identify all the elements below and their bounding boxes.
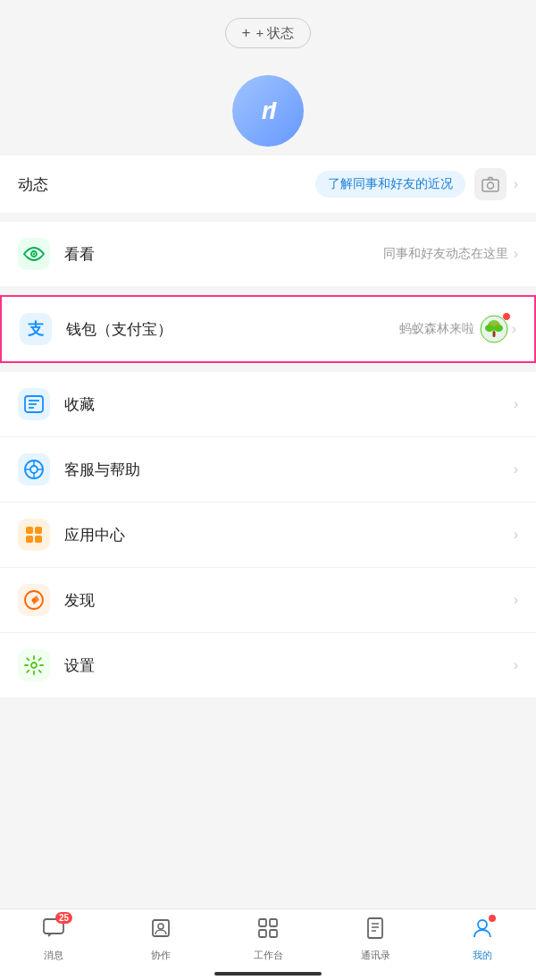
dongtai-row[interactable]: 动态 了解同事和好友的近况 › [0, 156, 536, 213]
svg-rect-22 [35, 527, 42, 534]
svg-rect-0 [482, 180, 498, 191]
appstore-label: 应用中心 [64, 525, 514, 545]
wallet-chevron: › [512, 321, 516, 337]
menu-item-discover[interactable]: 发现 › [0, 568, 536, 633]
collect-icon-wrap [18, 388, 50, 420]
menu-item-service[interactable]: 客服与帮助 › [0, 437, 536, 503]
ant-forest-dot [502, 312, 511, 321]
menu-list-main: 收藏 › 客服与帮助 › [0, 372, 536, 697]
nav-item-mine[interactable]: 我的 [451, 917, 514, 962]
home-indicator [214, 972, 322, 976]
menu-item-wallet[interactable]: 支 钱包（支付宝） 蚂蚁森林来啦 › [2, 297, 534, 361]
nav-item-contacts[interactable]: 通讯录 [344, 917, 406, 962]
appstore-icon-wrap [18, 519, 50, 551]
workbench-icon [256, 917, 280, 945]
menu-item-collect[interactable]: 收藏 › [0, 372, 536, 437]
wallet-sub: 蚂蚁森林来啦 [399, 321, 474, 337]
svg-point-31 [158, 924, 163, 929]
contacts-icon [364, 917, 387, 945]
avatar[interactable]: rI [232, 75, 304, 147]
kankan-label: 看看 [64, 244, 383, 265]
add-status-label: + 状态 [256, 25, 295, 42]
settings-icon [23, 655, 45, 676]
dongtai-label: 动态 [18, 174, 48, 195]
menu-list-wallet: 支 钱包（支付宝） 蚂蚁森林来啦 › [0, 295, 536, 363]
svg-point-10 [495, 324, 498, 326]
cooperation-label: 协作 [151, 949, 171, 962]
service-icon [23, 459, 45, 480]
kankan-sub: 同事和好友动态在这里 [383, 246, 508, 262]
nav-item-workbench[interactable]: 工作台 [237, 917, 299, 962]
svg-rect-8 [492, 331, 495, 337]
settings-icon-wrap [18, 649, 50, 681]
svg-rect-24 [35, 536, 42, 543]
menu-item-appstore[interactable]: 应用中心 › [0, 503, 536, 568]
settings-chevron: › [514, 657, 518, 673]
discover-chevron: › [514, 592, 518, 608]
settings-label: 设置 [64, 655, 514, 676]
messages-label: 消息 [44, 949, 63, 962]
discover-icon-wrap [18, 584, 50, 616]
collect-chevron: › [514, 396, 518, 412]
bottom-nav: 25 消息 协作 工作台 [0, 908, 536, 980]
service-chevron: › [514, 461, 518, 477]
main-content: + + 状态 rI 动态 了解同事和好友的近况 › [0, 0, 536, 787]
plus-icon: + [242, 24, 251, 42]
wallet-label: 钱包（支付宝） [66, 319, 399, 340]
svg-rect-23 [26, 536, 33, 543]
mine-dot [489, 915, 496, 922]
messages-icon: 25 [42, 917, 65, 945]
dongtai-chevron: › [514, 176, 518, 192]
svg-rect-34 [259, 930, 266, 937]
svg-rect-36 [368, 918, 382, 938]
svg-rect-21 [26, 527, 33, 534]
contacts-label: 通讯录 [361, 949, 390, 962]
workbench-label: 工作台 [254, 949, 283, 962]
kankan-icon-wrap [18, 238, 50, 270]
svg-point-40 [478, 920, 487, 929]
eye-icon [23, 246, 45, 262]
add-status-button[interactable]: + + 状态 [225, 18, 312, 48]
svg-point-6 [485, 325, 494, 332]
messages-badge: 25 [55, 912, 72, 924]
svg-point-28 [31, 663, 37, 668]
svg-point-9 [490, 324, 492, 326]
wallet-icon-wrap: 支 [20, 313, 52, 345]
svg-rect-32 [259, 919, 266, 926]
mine-label: 我的 [473, 949, 492, 962]
nav-item-messages[interactable]: 25 消息 [22, 917, 85, 962]
service-icon-wrap [18, 453, 50, 486]
menu-item-settings[interactable]: 设置 › [0, 633, 536, 697]
svg-point-27 [32, 598, 36, 602]
appstore-icon [23, 524, 45, 545]
svg-rect-35 [270, 930, 277, 937]
collect-icon [23, 394, 45, 414]
camera-button[interactable] [474, 168, 507, 200]
top-section: + + 状态 [0, 0, 536, 57]
dongtai-bubble: 了解同事和好友的近况 [315, 171, 465, 198]
svg-point-3 [33, 253, 35, 255]
service-label: 客服与帮助 [64, 460, 514, 480]
ant-forest-icon [480, 315, 508, 343]
menu-list-top: 看看 同事和好友动态在这里 › [0, 222, 536, 286]
collect-label: 收藏 [64, 394, 514, 415]
menu-item-kankan[interactable]: 看看 同事和好友动态在这里 › [0, 222, 536, 286]
svg-point-7 [494, 325, 503, 332]
svg-point-1 [487, 182, 493, 189]
appstore-chevron: › [514, 527, 518, 543]
camera-icon [482, 176, 499, 192]
avatar-section: rI [0, 57, 536, 156]
svg-point-16 [30, 466, 38, 473]
discover-label: 发现 [64, 590, 514, 611]
cooperation-icon [149, 917, 172, 945]
kankan-chevron: › [514, 246, 518, 262]
svg-rect-33 [270, 919, 277, 926]
discover-icon [23, 589, 45, 611]
mine-icon [471, 917, 494, 945]
nav-item-cooperation[interactable]: 协作 [130, 917, 192, 962]
avatar-initials: rI [262, 97, 275, 125]
